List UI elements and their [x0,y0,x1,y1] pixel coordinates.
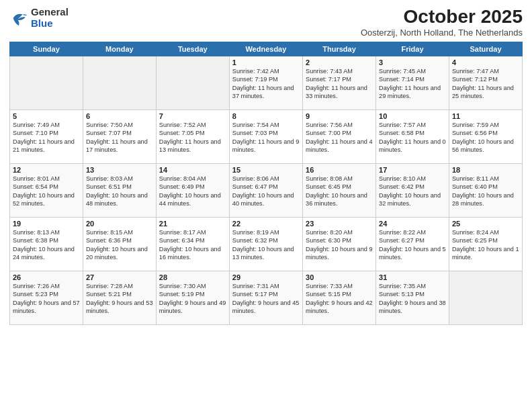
table-row: 28Sunrise: 7:30 AM Sunset: 5:19 PM Dayli… [156,271,229,324]
table-row: 17Sunrise: 8:10 AM Sunset: 6:42 PM Dayli… [376,163,449,217]
day-info: Sunrise: 7:56 AM Sunset: 7:00 PM Dayligh… [306,121,373,154]
table-row: 29Sunrise: 7:31 AM Sunset: 5:17 PM Dayli… [229,271,302,324]
day-info: Sunrise: 7:31 AM Sunset: 5:17 PM Dayligh… [232,282,300,316]
day-number: 3 [379,58,446,66]
day-info: Sunrise: 7:33 AM Sunset: 5:15 PM Dayligh… [306,282,373,316]
table-row: 8Sunrise: 7:54 AM Sunset: 7:03 PM Daylig… [229,109,302,163]
day-info: Sunrise: 7:49 AM Sunset: 7:10 PM Dayligh… [13,121,80,154]
day-number: 25 [452,220,519,228]
table-row [10,56,83,109]
day-info: Sunrise: 8:11 AM Sunset: 6:40 PM Dayligh… [452,175,519,208]
table-row: 21Sunrise: 8:17 AM Sunset: 6:34 PM Dayli… [156,217,229,271]
day-number: 30 [306,273,373,281]
day-info: Sunrise: 8:10 AM Sunset: 6:42 PM Dayligh… [379,175,446,208]
day-number: 16 [306,166,373,174]
day-number: 11 [452,112,519,120]
day-info: Sunrise: 8:03 AM Sunset: 6:51 PM Dayligh… [86,175,153,208]
day-number: 18 [452,166,519,174]
table-row: 25Sunrise: 8:24 AM Sunset: 6:25 PM Dayli… [449,217,522,271]
day-info: Sunrise: 7:57 AM Sunset: 6:58 PM Dayligh… [379,121,446,154]
table-row: 19Sunrise: 8:13 AM Sunset: 6:38 PM Dayli… [10,217,83,271]
day-number: 22 [232,220,300,228]
day-number: 20 [86,220,153,228]
col-sunday: Sunday [10,42,83,56]
day-number: 28 [159,273,226,281]
calendar-week-row: 5Sunrise: 7:49 AM Sunset: 7:10 PM Daylig… [10,109,523,163]
day-info: Sunrise: 7:28 AM Sunset: 5:21 PM Dayligh… [86,282,153,316]
day-number: 7 [159,112,226,120]
day-info: Sunrise: 7:47 AM Sunset: 7:12 PM Dayligh… [452,67,519,101]
table-row: 12Sunrise: 8:01 AM Sunset: 6:54 PM Dayli… [10,163,83,217]
day-info: Sunrise: 7:50 AM Sunset: 7:07 PM Dayligh… [86,121,153,154]
logo-general: General [31,6,69,17]
col-friday: Friday [376,42,449,56]
day-number: 21 [159,220,226,228]
table-row: 13Sunrise: 8:03 AM Sunset: 6:51 PM Dayli… [83,163,156,217]
day-number: 8 [232,112,300,120]
calendar-week-row: 12Sunrise: 8:01 AM Sunset: 6:54 PM Dayli… [10,163,523,217]
col-monday: Monday [83,42,156,56]
calendar-week-row: 26Sunrise: 7:26 AM Sunset: 5:23 PM Dayli… [10,271,523,324]
day-number: 23 [306,220,373,228]
table-row: 7Sunrise: 7:52 AM Sunset: 7:05 PM Daylig… [156,109,229,163]
day-info: Sunrise: 8:19 AM Sunset: 6:32 PM Dayligh… [232,228,300,262]
day-number: 1 [232,58,300,66]
table-row: 14Sunrise: 8:04 AM Sunset: 6:49 PM Dayli… [156,163,229,217]
day-info: Sunrise: 8:06 AM Sunset: 6:47 PM Dayligh… [232,175,300,208]
day-info: Sunrise: 8:22 AM Sunset: 6:27 PM Dayligh… [379,228,446,262]
day-info: Sunrise: 7:45 AM Sunset: 7:14 PM Dayligh… [379,67,446,101]
day-number: 13 [86,166,153,174]
table-row: 30Sunrise: 7:33 AM Sunset: 5:15 PM Dayli… [303,271,376,324]
table-row: 11Sunrise: 7:59 AM Sunset: 6:56 PM Dayli… [449,109,522,163]
table-row [449,271,522,324]
day-number: 14 [159,166,226,174]
day-info: Sunrise: 7:54 AM Sunset: 7:03 PM Dayligh… [232,121,300,154]
day-number: 6 [86,112,153,120]
day-number: 29 [232,273,300,281]
calendar-table: Sunday Monday Tuesday Wednesday Thursday… [9,42,523,325]
col-tuesday: Tuesday [156,42,229,56]
logo-text: General Blue [31,7,69,29]
day-info: Sunrise: 7:35 AM Sunset: 5:13 PM Dayligh… [379,282,446,316]
day-info: Sunrise: 8:17 AM Sunset: 6:34 PM Dayligh… [159,228,226,262]
col-saturday: Saturday [449,42,522,56]
day-number: 27 [86,273,153,281]
day-info: Sunrise: 8:01 AM Sunset: 6:54 PM Dayligh… [13,175,80,208]
table-row [83,56,156,109]
page-title: October 2025 [361,7,523,28]
col-thursday: Thursday [303,42,376,56]
calendar-week-row: 1Sunrise: 7:42 AM Sunset: 7:19 PM Daylig… [10,56,523,109]
table-row: 1Sunrise: 7:42 AM Sunset: 7:19 PM Daylig… [229,56,302,109]
table-row: 20Sunrise: 8:15 AM Sunset: 6:36 PM Dayli… [83,217,156,271]
calendar-header-row: Sunday Monday Tuesday Wednesday Thursday… [10,42,523,56]
day-number: 19 [13,220,80,228]
day-info: Sunrise: 8:13 AM Sunset: 6:38 PM Dayligh… [13,228,80,262]
day-info: Sunrise: 8:20 AM Sunset: 6:30 PM Dayligh… [306,228,373,262]
day-info: Sunrise: 7:52 AM Sunset: 7:05 PM Dayligh… [159,121,226,154]
table-row [156,56,229,109]
header-row: General Blue October 2025 Oosterzij, Nor… [9,7,523,38]
table-row: 24Sunrise: 8:22 AM Sunset: 6:27 PM Dayli… [376,217,449,271]
day-info: Sunrise: 8:04 AM Sunset: 6:49 PM Dayligh… [159,175,226,208]
logo: General Blue [9,7,69,29]
day-number: 4 [452,58,519,66]
table-row: 5Sunrise: 7:49 AM Sunset: 7:10 PM Daylig… [10,109,83,163]
day-info: Sunrise: 7:43 AM Sunset: 7:17 PM Dayligh… [306,67,373,101]
table-row: 10Sunrise: 7:57 AM Sunset: 6:58 PM Dayli… [376,109,449,163]
day-info: Sunrise: 8:15 AM Sunset: 6:36 PM Dayligh… [86,228,153,262]
table-row: 9Sunrise: 7:56 AM Sunset: 7:00 PM Daylig… [303,109,376,163]
main-container: General Blue October 2025 Oosterzij, Nor… [0,0,532,329]
day-number: 9 [306,112,373,120]
logo-icon [9,9,28,28]
day-number: 10 [379,112,446,120]
page-subtitle: Oosterzij, North Holland, The Netherland… [361,28,523,38]
day-number: 17 [379,166,446,174]
day-number: 5 [13,112,80,120]
day-number: 31 [379,273,446,281]
logo-blue: Blue [31,17,53,29]
table-row: 15Sunrise: 8:06 AM Sunset: 6:47 PM Dayli… [229,163,302,217]
day-number: 15 [232,166,300,174]
day-info: Sunrise: 8:08 AM Sunset: 6:45 PM Dayligh… [306,175,373,208]
day-number: 24 [379,220,446,228]
day-info: Sunrise: 8:24 AM Sunset: 6:25 PM Dayligh… [452,228,519,262]
